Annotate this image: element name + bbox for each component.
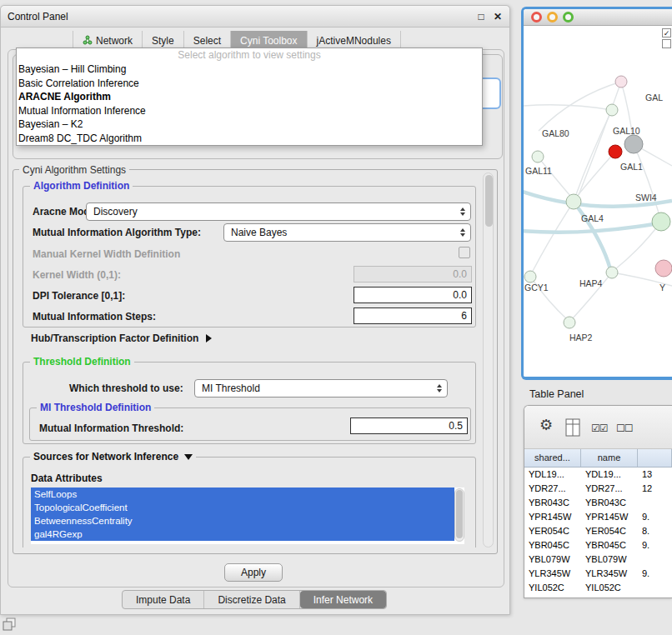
table-cell: YBL079W [524,552,581,567]
network-icon [83,35,93,48]
gear-icon[interactable]: ⚙ [539,418,553,432]
table-row[interactable]: YDR27...YDR27...12 [524,482,672,496]
network-node-green-gal11[interactable] [532,151,544,162]
close-traffic-light-icon[interactable] [531,12,542,22]
column-header[interactable]: shared... [524,449,581,467]
table-row[interactable]: YBR045CYBR045C9. [524,538,672,552]
network-node-red[interactable] [609,145,622,158]
algorithm-option[interactable]: ARACNE Algorithm [17,90,482,104]
node-label: GAL4 [581,213,604,223]
column-header[interactable] [638,449,672,467]
table-row[interactable]: YIL052CYIL052C [524,581,672,595]
popup-placeholder: Select algorithm to view settings [17,48,482,62]
tab-label: Cyni Toolbox [240,35,297,47]
algorithm-dropdown-popup: Select algorithm to view settings Bayesi… [16,48,483,146]
network-edge[interactable] [579,82,621,195]
tab-label: Network [96,35,133,47]
algorithm-option[interactable]: Dream8 DC_TDC Algorithm [17,132,482,146]
network-node-pink-right[interactable] [655,260,672,277]
table-row[interactable]: YDL19...YDL19...13 [524,468,672,482]
table-cell: YPR145W [524,510,581,524]
algorithm-option[interactable]: Mutual Information Inference [17,104,482,118]
table-cell: 12 [638,482,672,496]
table-cell: 9. [638,510,672,524]
zoom-traffic-light-icon[interactable] [563,12,574,22]
node-label: GAL1 [620,162,643,172]
table-cell: 8. [638,524,672,538]
table-cell: YIL052C [524,581,581,595]
network-node-green-mid[interactable] [606,267,618,278]
table-cell: YER054C [581,524,638,538]
network-canvas[interactable]: GALGAL80GAL10GAL11GAL1SWI4GAL4GCY1HAP4YH… [524,26,672,377]
algorithm-option[interactable]: Bayesian – K2 [17,118,482,132]
table-cell: YER054C [524,524,581,538]
table-cell: 13 [638,468,672,482]
network-edge[interactable] [575,152,615,198]
column-selector-icon[interactable] [564,418,581,440]
table-cell [638,496,672,510]
algorithm-combo-fragment[interactable] [483,78,501,109]
table-cell [638,552,672,567]
table-cell: YLR345W [524,567,581,581]
table-cell: YPR145W [581,510,638,524]
mini-checkbox-unchecked[interactable] [662,39,671,48]
bottom-tab-bar: Impute DataDiscretize DataInfer Network [122,590,387,609]
column-header[interactable]: name [581,449,638,467]
network-node-green-right[interactable] [652,212,670,231]
select-all-icon[interactable]: ☑☑ [591,422,608,434]
network-node-pink-top[interactable] [615,76,627,88]
table-cell: YBL079W [581,552,638,567]
mini-checkbox-checked[interactable]: ✓ [662,28,671,38]
table-cell: YLR345W [581,567,638,581]
tab-label: Style [152,35,174,47]
table-panel-window: ⚙ ☑☑ ☐☐ shared...name YDL19...YDL19...13… [524,405,672,598]
network-window-titlebar[interactable] [524,9,672,26]
table-row[interactable]: YBR043CYBR043C [524,496,672,510]
table-cell [638,581,672,595]
network-graph[interactable]: GALGAL80GAL10GAL11GAL1SWI4GAL4GCY1HAP4YH… [524,26,672,377]
table-cell: YBR043C [524,496,581,510]
algorithm-option[interactable]: Bayesian – Hill Climbing [17,62,482,77]
bottom-tab-impute-data[interactable]: Impute Data [123,591,204,608]
table-cell: 9. [638,567,672,581]
network-node-green-low-left[interactable] [524,271,536,282]
bottom-tab-infer-network[interactable]: Infer Network [300,591,386,608]
panel-float-icon[interactable] [3,618,16,631]
table-cell: YDR27... [581,482,638,496]
network-window: GALGAL80GAL10GAL11GAL1SWI4GAL4GCY1HAP4YH… [521,7,672,380]
bottom-tab-discretize-data[interactable]: Discretize Data [204,591,299,608]
table-header-row: shared...name [524,449,672,468]
network-node-green-hap2[interactable] [564,317,575,328]
network-edge[interactable] [532,202,574,272]
table-row[interactable]: YPR145WYPR145W9. [524,510,672,524]
node-label: GAL11 [525,166,552,176]
restore-icon[interactable]: □ [474,10,488,23]
table-row[interactable]: YER054CYER054C8. [524,524,672,538]
tab-label: Select [193,35,221,47]
network-edge[interactable] [634,144,661,222]
table-panel-title: Table Panel [529,388,584,400]
table-body: YDL19...YDL19...13YDR27...YDR27...12YBR0… [524,468,672,595]
minimize-traffic-light-icon[interactable] [547,12,558,22]
table-toolbar: ⚙ ☑☑ ☐☐ [524,406,672,449]
tab-label: jActiveMNodules [317,35,391,47]
node-label: GAL80 [542,128,569,138]
node-label: GAL [645,92,663,102]
popup-options: Bayesian – Hill ClimbingBasic Correlatio… [17,62,482,145]
network-edge[interactable] [538,157,570,196]
table-cell: YBR045C [581,538,638,552]
deselect-all-icon[interactable]: ☐☐ [616,422,633,434]
algorithm-option[interactable]: Basic Correlation Inference [17,77,482,91]
node-label: SWI4 [635,192,657,202]
node-label: HAP4 [579,278,603,288]
network-node-green-gal4[interactable] [566,194,581,209]
table-row[interactable]: YBL079WYBL079W [524,552,672,567]
node-label: HAP2 [569,332,593,342]
close-icon[interactable]: ✕ [491,10,504,23]
table-cell: YBR045C [524,538,581,552]
network-node-gray-gal10[interactable] [624,135,643,153]
control-panel-window: Control Panel □ ✕ NetworkStyleSelectCyni… [0,5,510,615]
table-cell: YDL19... [581,468,638,482]
table-row[interactable]: YLR345WYLR345W9. [524,567,672,581]
network-node-green-1[interactable] [606,104,618,116]
